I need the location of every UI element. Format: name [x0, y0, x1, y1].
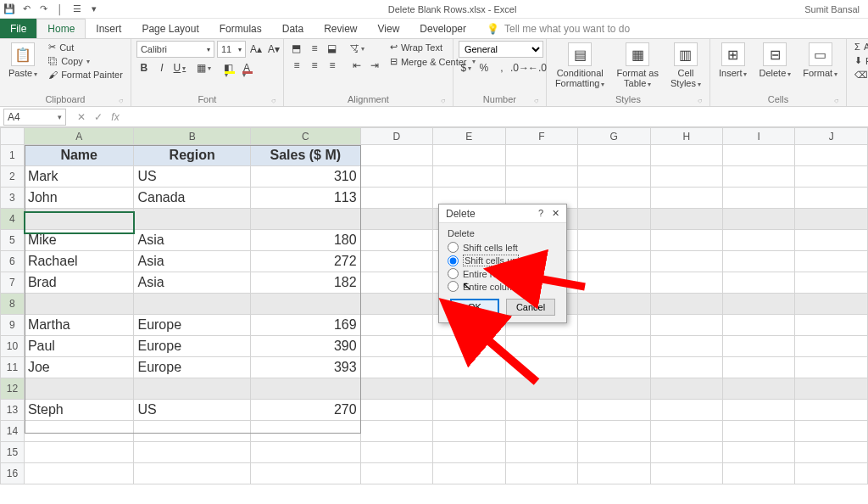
cancel-formula-icon[interactable]: ✕ — [75, 111, 88, 123]
row-header-1[interactable]: 1 — [1, 145, 25, 166]
tab-developer[interactable]: Developer — [409, 19, 476, 38]
cell-D16[interactable] — [360, 463, 432, 484]
number-format-select[interactable]: General — [459, 41, 543, 58]
cell-G13[interactable] — [578, 400, 650, 421]
cell-G14[interactable] — [578, 421, 650, 442]
cell-B11[interactable]: Europe — [134, 357, 250, 378]
paste-button[interactable]: 📋 Paste — [5, 41, 41, 81]
row-header-8[interactable]: 8 — [1, 294, 25, 315]
cell-I7[interactable] — [722, 272, 794, 294]
cell-I15[interactable] — [722, 442, 794, 463]
cell-C13[interactable]: 270 — [250, 400, 360, 421]
row-header-16[interactable]: 16 — [1, 463, 25, 484]
cell-F1[interactable] — [505, 145, 577, 166]
align-middle-icon[interactable]: ≡ — [307, 41, 322, 56]
cell-G16[interactable] — [578, 463, 650, 484]
col-header-A[interactable]: A — [24, 128, 134, 145]
row-header-3[interactable]: 3 — [1, 188, 25, 209]
row-header-12[interactable]: 12 — [1, 378, 25, 400]
name-box[interactable]: A4 ▾ — [3, 109, 66, 126]
col-header-G[interactable]: G — [578, 128, 650, 145]
cell-D2[interactable] — [360, 166, 432, 188]
cell-styles-button[interactable]: ▥Cell Styles — [667, 41, 704, 92]
cell-B12[interactable] — [134, 378, 250, 400]
cell-J13[interactable] — [795, 400, 868, 421]
fx-icon[interactable]: fx — [108, 111, 122, 123]
cell-I6[interactable] — [722, 251, 794, 272]
cell-C10[interactable]: 390 — [250, 336, 360, 357]
increase-indent-icon[interactable]: ⇥ — [367, 58, 382, 73]
row-header-15[interactable]: 15 — [1, 442, 25, 463]
format-painter-button[interactable]: 🖌Format Painter — [46, 69, 125, 81]
cell-I14[interactable] — [722, 421, 794, 442]
tab-formulas[interactable]: Formulas — [209, 19, 272, 38]
tab-insert[interactable]: Insert — [86, 19, 131, 38]
tab-review[interactable]: Review — [314, 19, 367, 38]
row-header-14[interactable]: 14 — [1, 421, 25, 442]
percent-icon[interactable]: % — [476, 60, 492, 76]
cell-E15[interactable] — [433, 442, 505, 463]
cell-D3[interactable] — [360, 188, 432, 209]
cell-A15[interactable] — [24, 442, 134, 463]
cell-J5[interactable] — [795, 230, 868, 251]
cell-A4[interactable] — [24, 209, 134, 230]
cell-G1[interactable] — [578, 145, 650, 166]
cell-I8[interactable] — [722, 294, 794, 315]
cell-J6[interactable] — [795, 251, 868, 272]
cell-D5[interactable] — [360, 230, 432, 251]
cell-C12[interactable] — [250, 378, 360, 400]
cell-C4[interactable] — [250, 209, 360, 230]
cell-B6[interactable]: Asia — [134, 251, 250, 272]
col-header-E[interactable]: E — [433, 128, 505, 145]
align-top-icon[interactable]: ⬒ — [289, 41, 304, 56]
bold-button[interactable]: B — [136, 60, 152, 76]
cell-J10[interactable] — [795, 336, 868, 357]
cell-J16[interactable] — [795, 463, 868, 484]
col-header-J[interactable]: J — [795, 128, 868, 145]
cell-B8[interactable] — [134, 294, 250, 315]
radio-entire-row-input[interactable] — [448, 268, 459, 279]
cell-D7[interactable] — [360, 272, 432, 294]
cell-G12[interactable] — [578, 378, 650, 400]
cell-A1[interactable]: Name — [24, 145, 134, 166]
row-header-9[interactable]: 9 — [1, 315, 25, 336]
row-header-2[interactable]: 2 — [1, 166, 25, 188]
decrease-decimal-icon[interactable]: ←.0 — [530, 60, 545, 76]
delete-cells-button[interactable]: ⊟Delete — [755, 41, 794, 81]
row-header-7[interactable]: 7 — [1, 272, 25, 294]
tab-page-layout[interactable]: Page Layout — [131, 19, 209, 38]
cell-C6[interactable]: 272 — [250, 251, 360, 272]
cell-G6[interactable] — [578, 251, 650, 272]
cell-I1[interactable] — [722, 145, 794, 166]
cell-C16[interactable] — [250, 463, 360, 484]
row-header-6[interactable]: 6 — [1, 251, 25, 272]
row-header-13[interactable]: 13 — [1, 400, 25, 421]
cell-D6[interactable] — [360, 251, 432, 272]
cell-F15[interactable] — [505, 442, 577, 463]
cell-C14[interactable] — [250, 421, 360, 442]
cell-I12[interactable] — [722, 378, 794, 400]
cell-H9[interactable] — [650, 315, 722, 336]
radio-shift-up[interactable]: Shift cells up — [448, 255, 558, 266]
cell-A10[interactable]: Paul — [24, 336, 134, 357]
cut-button[interactable]: ✂Cut — [46, 41, 125, 53]
cell-I9[interactable] — [722, 315, 794, 336]
cell-H10[interactable] — [650, 336, 722, 357]
tab-data[interactable]: Data — [272, 19, 314, 38]
cell-D13[interactable] — [360, 400, 432, 421]
border-button[interactable]: ▦ — [197, 60, 212, 76]
cell-B14[interactable] — [134, 421, 250, 442]
cell-A14[interactable] — [24, 421, 134, 442]
cell-G3[interactable] — [578, 188, 650, 209]
col-header-B[interactable]: B — [134, 128, 250, 145]
cell-B7[interactable]: Asia — [134, 272, 250, 294]
tab-home[interactable]: Home — [36, 19, 86, 38]
format-as-table-button[interactable]: ▦Format as Table — [613, 41, 662, 92]
worksheet-grid[interactable]: ABCDEFGHIJ1NameRegionSales ($ M)2MarkUS3… — [0, 127, 868, 504]
cell-F2[interactable] — [505, 166, 577, 188]
cell-J7[interactable] — [795, 272, 868, 294]
cell-D15[interactable] — [360, 442, 432, 463]
select-all-corner[interactable] — [1, 128, 25, 145]
col-header-I[interactable]: I — [722, 128, 794, 145]
cell-I3[interactable] — [722, 188, 794, 209]
